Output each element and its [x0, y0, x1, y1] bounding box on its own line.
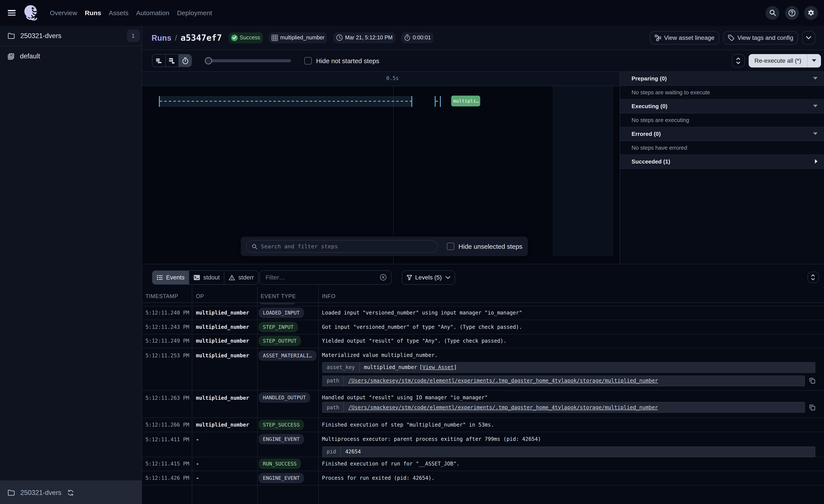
log-row[interactable]: 5:12:11.411 PM - ENGINE_EVENT Multiproce…	[142, 432, 824, 457]
hamburger-menu-icon[interactable]	[8, 6, 16, 20]
event-op: multiplied_number	[192, 310, 257, 316]
col-timestamp: TIMESTAMP	[142, 289, 192, 299]
dagster-logo[interactable]	[23, 5, 39, 21]
hide-not-started-checkbox[interactable]: Hide not started steps	[304, 57, 379, 65]
nav-item-runs[interactable]: Runs	[85, 9, 101, 17]
event-op: -	[192, 461, 257, 467]
caret-down-icon	[812, 59, 816, 62]
gantt-mode-waterfall-button[interactable]	[166, 55, 178, 67]
checkbox-box[interactable]	[447, 243, 454, 250]
unfold-icon	[811, 274, 815, 280]
reexecute-options-button[interactable]	[807, 54, 821, 68]
view-asset-link[interactable]: View Asset	[422, 364, 454, 370]
tab-stdout[interactable]: stdout	[189, 271, 224, 284]
expand-logs-button[interactable]	[807, 272, 819, 283]
copy-icon[interactable]	[809, 378, 815, 384]
expand-collapse-button[interactable]	[732, 54, 745, 68]
section-errored-body: No steps have errored	[620, 141, 824, 155]
log-row[interactable]: 5:12:11.249 PM multiplied_number STEP_OU…	[142, 334, 824, 348]
log-row[interactable]: 5:12:11.240 PM multiplied_number LOADED_…	[142, 306, 824, 320]
gantt-chart: 0.5s multiplied_number	[142, 72, 620, 264]
log-row[interactable]: 5:12:11.263 PM multiplied_number HANDLED…	[142, 390, 824, 418]
footer-repo-name: 250321-dvers	[20, 489, 62, 496]
gantt-zoom-slider[interactable]	[205, 54, 291, 67]
log-row[interactable]: 5:12:11.266 PM multiplied_number STEP_SU…	[142, 418, 824, 432]
event-info: Process for run exited (pid: 42654).	[318, 475, 824, 481]
top-nav: Overview Runs Assets Automation Deployme…	[0, 0, 824, 26]
status-badge: Success	[228, 32, 263, 43]
logs-tabs: Events stdout	[152, 270, 259, 284]
path-link[interactable]: /Users/smackesey/stm/code/elementl/exper…	[348, 378, 658, 384]
gantt-mode-switcher	[152, 54, 192, 67]
search-icon	[769, 9, 776, 17]
asset-grid-icon	[272, 35, 278, 41]
log-row[interactable]: 5:12:11.426 PM - ENGINE_EVENT Process fo…	[142, 471, 824, 485]
gear-icon	[807, 9, 815, 17]
run-actions-menu-button[interactable]	[802, 31, 815, 44]
nav-item-assets[interactable]: Assets	[109, 9, 128, 17]
gantt-step-bar[interactable]: multiplied_number	[451, 95, 480, 106]
repo-count-badge: 1	[127, 29, 140, 42]
view-asset-lineage-button[interactable]: View asset lineage	[650, 31, 719, 44]
event-timestamp: 5:12:11.243 PM	[142, 324, 192, 330]
copy-icon[interactable]	[809, 404, 815, 410]
event-op: multiplied_number	[192, 348, 257, 359]
help-button[interactable]	[785, 6, 799, 20]
settings-button[interactable]	[804, 6, 818, 20]
asset-tag-chip[interactable]: multiplied_number	[269, 32, 327, 43]
section-preparing-body: No steps are waiting to execute	[620, 86, 824, 99]
tab-events[interactable]: Events	[152, 271, 189, 284]
start-time-chip: Mar 21, 5:12:10 PM	[333, 32, 395, 43]
event-op: multiplied_number	[192, 324, 257, 330]
section-succeeded[interactable]: Succeeded (1)	[620, 155, 824, 168]
chevron-down-icon	[806, 36, 811, 39]
breadcrumb-runs-link[interactable]: Runs	[151, 34, 172, 43]
event-timestamp: 5:12:11.263 PM	[142, 390, 192, 401]
clock-icon	[336, 34, 343, 41]
step-search-input[interactable]: Search and filter steps	[246, 240, 438, 253]
hide-unselected-checkbox[interactable]: Hide unselected steps	[447, 243, 522, 250]
log-row[interactable]: 5:12:11.253 PM multiplied_number ASSET_M…	[142, 348, 824, 390]
log-table-header: TIMESTAMP OP EVENT TYPE INFO	[142, 286, 824, 303]
levels-filter-button[interactable]: Levels (5)	[402, 270, 455, 284]
nav-item-overview[interactable]: Overview	[50, 9, 77, 17]
event-op: multiplied_number	[192, 338, 257, 344]
tab-stderr[interactable]: stderr	[224, 271, 258, 284]
section-errored[interactable]: Errored (0)	[620, 127, 824, 141]
breadcrumb: Runs / a5347ef7	[151, 33, 222, 43]
section-preparing[interactable]: Preparing (0)	[620, 72, 824, 86]
view-tags-config-button[interactable]: View tags and config	[723, 31, 798, 44]
nav-item-automation[interactable]: Automation	[136, 9, 170, 17]
gantt-mode-timed-button[interactable]	[178, 55, 191, 67]
terminal-icon	[194, 274, 200, 280]
slider-knob[interactable]	[205, 57, 212, 65]
run-logs-panel: Events stdout	[142, 264, 824, 504]
reload-icon[interactable]	[67, 489, 74, 496]
event-type-badge: ENGINE_EVENT	[259, 434, 304, 444]
section-executing[interactable]: Executing (0)	[620, 99, 824, 113]
sidebar-item-repo[interactable]: 250321-dvers 1	[0, 26, 141, 46]
event-type-badge: STEP_INPUT	[259, 322, 298, 332]
search-button[interactable]	[765, 6, 780, 20]
folder-icon	[8, 490, 15, 496]
event-list-icon	[157, 274, 163, 280]
path-link[interactable]: /Users/smackesey/stm/code/elementl/exper…	[348, 404, 658, 410]
nav-item-deployment[interactable]: Deployment	[177, 9, 212, 17]
event-op: multiplied_number	[192, 390, 257, 401]
log-row[interactable]: 5:12:11.243 PM multiplied_number STEP_IN…	[142, 320, 824, 334]
log-filter-input[interactable]: Filter…	[260, 270, 391, 284]
sidebar-footer-repo[interactable]: 250321-dvers	[0, 481, 141, 504]
reexecute-all-button[interactable]: Re-execute all (*)	[749, 54, 807, 68]
col-op: OP	[192, 289, 257, 299]
event-op: multiplied_number	[192, 422, 257, 428]
checkbox-box[interactable]	[304, 57, 312, 65]
left-sidebar: 250321-dvers 1 default 25032	[0, 26, 142, 504]
filter-funnel-icon	[407, 274, 412, 280]
clear-filter-icon[interactable]	[380, 274, 387, 281]
gantt-mode-flat-button[interactable]	[152, 55, 166, 67]
log-row[interactable]: 5:12:11.415 PM - RUN_SUCCESS Finished ex…	[142, 457, 824, 471]
sidebar-item-job-default[interactable]: default	[0, 46, 141, 67]
event-type-badge: RUN_SUCCESS	[259, 459, 301, 469]
event-op: -	[192, 432, 257, 443]
search-icon	[251, 243, 258, 249]
